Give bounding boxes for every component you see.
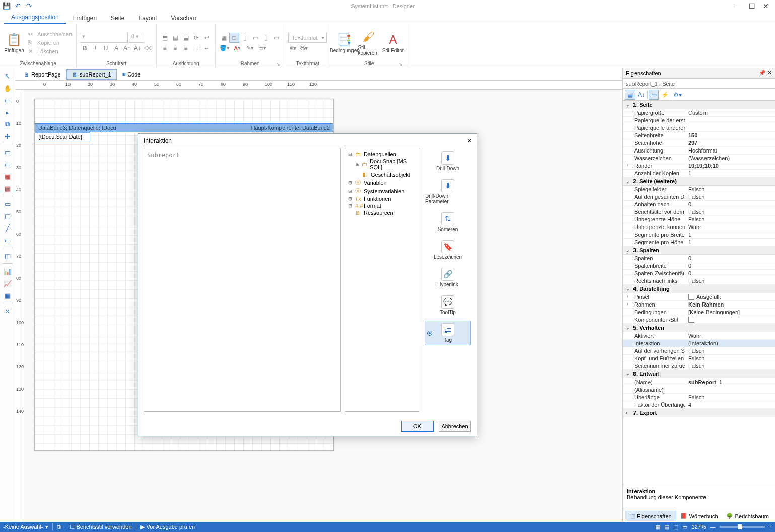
tree-node[interactable]: 🗎Ressourcen [347, 209, 417, 216]
sidebar-item-hyperlink[interactable]: 🔗Hyperlink [425, 265, 471, 290]
ok-button[interactable]: OK [401, 421, 434, 432]
tree-node[interactable]: ⊞ⓥVariablen [347, 178, 417, 187]
sidebar-item-drill-down[interactable]: ⬇Drill-Down [425, 149, 471, 174]
tree-node[interactable]: ⊞ƒxFunktionen [347, 195, 417, 202]
tree-node[interactable]: ⊞🗀DocuSnap [MS SQL] [347, 158, 417, 171]
tree-node[interactable]: ◧Geschäftsobjekt [347, 171, 417, 178]
tree-node[interactable]: ⊟🗀Datenquellen [347, 150, 417, 158]
dialog-textarea[interactable]: Subreport [144, 148, 341, 412]
sidebar-item-drill-down-parameter[interactable]: ⬇Drill-Down Parameter [425, 177, 471, 207]
dialog-close-icon[interactable]: ✕ [467, 137, 472, 144]
cancel-button[interactable]: Abbrechen [439, 421, 471, 432]
dialog-title: Interaktion ✕ [138, 134, 477, 148]
interaction-dialog: Interaktion ✕ Subreport ⊟🗀Datenquellen⊞🗀… [138, 133, 477, 436]
tree-node[interactable]: ⊞ⓥSystemvariablen [347, 187, 417, 195]
sidebar-item-lesezeichen[interactable]: 🔖Lesezeichen [425, 238, 471, 262]
dialog-overlay: Interaktion ✕ Subreport ⊟🗀Datenquellen⊞🗀… [0, 0, 775, 532]
dialog-sidebar: ⬇Drill-Down⬇Drill-Down Parameter⇅Sortier… [424, 148, 472, 412]
dialog-tree[interactable]: ⊟🗀Datenquellen⊞🗀DocuSnap [MS SQL]◧Geschä… [345, 148, 419, 412]
sidebar-item-tooltip[interactable]: 💬ToolTip [425, 293, 471, 318]
sidebar-item-tag[interactable]: 🏷Tag [425, 321, 471, 345]
tree-node[interactable]: ⊞#,#Format [347, 202, 417, 209]
sidebar-item-sortieren[interactable]: ⇅Sortieren [425, 210, 471, 235]
